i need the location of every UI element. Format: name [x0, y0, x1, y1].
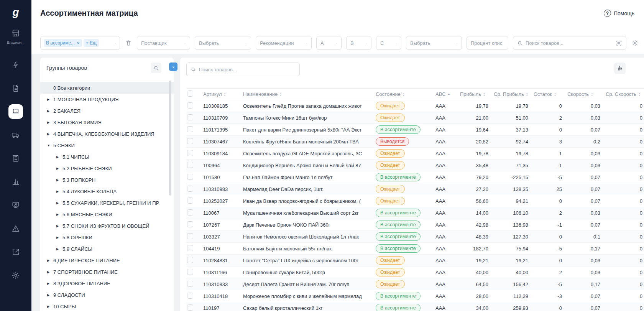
sidebar-item-alerts[interactable] — [8, 221, 23, 236]
chip-close-icon[interactable]: × — [77, 41, 80, 46]
sort-icon[interactable]: ▴▾ — [639, 92, 640, 96]
tree-expand-icon[interactable]: ▶ — [47, 305, 53, 308]
row-checkbox[interactable] — [187, 293, 193, 299]
select-all-checkbox[interactable] — [187, 91, 193, 97]
select-dropdown-2[interactable]: Выбрать — [406, 36, 462, 50]
column-header[interactable]: Скорость ▴▾ — [567, 91, 606, 97]
tree-item[interactable]: ▶ 5.2 РЫБНЫЕ СНЭКИ — [40, 163, 174, 174]
sort-icon[interactable]: ▴▾ — [280, 92, 281, 96]
tree-item[interactable]: 0 Все категории — [40, 82, 174, 94]
tree-item[interactable]: ▶ 1 МОЛОЧНАЯ ПРОДУКЦИЯ — [40, 94, 174, 105]
table-search[interactable] — [186, 63, 300, 76]
table-row[interactable]: 104419 Батончик Баунти молочный 55г пл/п… — [186, 243, 644, 255]
clear-filters-button[interactable] — [125, 38, 132, 48]
tree-item[interactable]: ▶ 5.3 ПОПКОРН — [40, 174, 174, 186]
table-row[interactable]: 110310418 Мороженое пломбир с киви и жел… — [186, 290, 644, 302]
tree-item[interactable]: ▶ 8 ЗДОРОВОЕ ПИТАНИЕ — [40, 278, 174, 289]
tree-expand-icon[interactable]: ▶ — [47, 293, 53, 297]
row-checkbox[interactable] — [187, 162, 193, 168]
tree-item[interactable]: ▶ 6 ДИЕТИЧЕСКОЕ ПИТАНИЕ — [40, 255, 174, 266]
tree-item[interactable]: ▶ 9 СЛАДОСТИ — [40, 289, 174, 301]
tree-expand-icon[interactable]: ▶ — [56, 201, 62, 205]
row-checkbox[interactable] — [187, 197, 193, 204]
tree-item[interactable]: ▶ 5.7 СНЭКИ ИЗ ФРУКТОВ И ОВОЩЕЙ — [40, 220, 174, 232]
tree-expand-icon[interactable]: ▶ — [56, 167, 62, 170]
filter-chip[interactable]: В ассориме... × — [44, 39, 82, 47]
row-checkbox[interactable] — [187, 304, 193, 311]
column-header[interactable]: Наименование ▴▾ — [243, 91, 376, 97]
table-row[interactable]: 103327 Напиток Немолоко овсяный Шоколадн… — [186, 231, 644, 243]
column-header[interactable]: Ср. Прибыль ▴▾ — [494, 91, 534, 97]
recommendations-dropdown[interactable]: Рекомендации — [256, 36, 312, 50]
select-dropdown-1[interactable]: Выбрать — [195, 36, 251, 50]
help-button[interactable]: ? Помощь — [604, 10, 634, 17]
row-checkbox[interactable] — [187, 221, 193, 227]
row-checkbox[interactable] — [187, 102, 193, 109]
tree-scrollbar[interactable] — [169, 81, 171, 196]
global-search[interactable] — [513, 36, 626, 50]
tree-expand-icon[interactable]: ▶ — [47, 270, 53, 274]
row-checkbox[interactable] — [187, 233, 193, 239]
column-header[interactable]: Артикул ▴▾ — [203, 91, 243, 97]
tree-item[interactable]: ▼ 5 СНЭКИ — [40, 140, 174, 151]
tree-item[interactable]: ▶ 5.9 СЛАЙСЫ — [40, 243, 174, 255]
abc-b-dropdown[interactable]: B — [346, 36, 371, 50]
percent-writeoff-input[interactable] — [467, 36, 508, 50]
tree-expand-icon[interactable]: ▶ — [47, 109, 53, 113]
table-search-input[interactable] — [199, 67, 296, 72]
row-checkbox[interactable] — [187, 138, 193, 144]
table-row[interactable]: 110067 Мука пшеничная хлебопекарная Высш… — [186, 207, 644, 219]
table-row[interactable]: 101580 Газ.нап Лаймон Фреш Манго 1л пл/б… — [186, 171, 644, 183]
row-checkbox[interactable] — [187, 114, 193, 120]
sidebar-item-analytics[interactable] — [8, 174, 23, 189]
row-checkbox[interactable] — [187, 269, 193, 275]
table-row[interactable]: 100964 Кондиционер Вернель Арома пион и … — [186, 160, 644, 171]
table-row[interactable]: 110284831 Паштет "Сетра" LUX индейка с ч… — [186, 255, 644, 267]
tree-item[interactable]: ▶ 5.1 ЧИПСЫ — [40, 151, 174, 163]
table-columns-settings-button[interactable] — [614, 63, 626, 74]
table-row[interactable]: 107267 Дарк Печенье Орион ЧОКО ПАЙ 360г … — [186, 219, 644, 231]
table-row[interactable]: 110310709 Тампоны Котекс Мини 16шт бум/к… — [186, 112, 644, 124]
sort-icon[interactable]: ▴ — [448, 92, 450, 96]
sidebar-item-flash[interactable] — [8, 58, 23, 72]
tree-expand-icon[interactable]: ▶ — [56, 247, 62, 251]
tree-item[interactable]: ▶ 10 СЫРЫ — [40, 301, 174, 311]
tree-expand-icon[interactable]: ▶ — [56, 178, 62, 182]
table-row[interactable]: 110309184 Освежитель воздуха GLADE Морск… — [186, 148, 644, 160]
column-header[interactable]: Ср. Скорость ▴▾ — [606, 91, 644, 97]
column-header[interactable]: Остаток ▴▾ — [534, 91, 567, 97]
tree-item[interactable]: ▶ 4 ВЫПЕЧКА, ХЛЕБОБУЛОЧНЫЕ ИЗДЕЛИЯ — [40, 128, 174, 140]
tree-item[interactable]: ▶ 5.6 МЯСНЫЕ СНЭКИ — [40, 209, 174, 220]
sidebar-item-tasks[interactable] — [8, 151, 23, 166]
app-logo[interactable]: g — [8, 5, 23, 20]
filter-settings-button[interactable] — [631, 39, 639, 47]
tree-expand-icon[interactable]: ▶ — [47, 132, 53, 136]
row-checkbox[interactable] — [187, 174, 193, 180]
table-row[interactable]: 110310983 Мармелад Deer DaDa персик, 1шт… — [186, 183, 644, 195]
tree-expand-icon[interactable]: ▶ — [56, 224, 62, 228]
tree-expand-icon[interactable]: ▶ — [56, 190, 62, 193]
column-header[interactable]: Состояние ▴▾ — [376, 91, 435, 97]
row-checkbox[interactable] — [187, 281, 193, 287]
row-checkbox[interactable] — [187, 126, 193, 132]
tree-expand-icon[interactable]: ▶ — [56, 236, 62, 239]
sort-icon[interactable]: ▴▾ — [526, 92, 528, 96]
status-multiselect[interactable]: В ассориме... × + Ещ — [40, 36, 120, 50]
tree-expand-icon[interactable]: ▶ — [56, 213, 62, 216]
table-row[interactable]: 110197 Сахар белый кристаллический 1кг В… — [186, 302, 644, 311]
table-row[interactable]: 110309185 Освежитель Глейд Против запаха… — [186, 100, 644, 112]
tree-expand-icon[interactable]: ▶ — [56, 155, 62, 159]
filter-chip[interactable]: + Ещ — [84, 39, 99, 47]
sidebar-item-store[interactable]: Владими... — [7, 28, 24, 44]
row-checkbox[interactable] — [187, 257, 193, 263]
row-checkbox[interactable] — [187, 209, 193, 216]
sidebar-item-export[interactable] — [8, 245, 23, 259]
sidebar-item-assortment[interactable] — [8, 104, 23, 119]
tree-expand-icon[interactable]: ▼ — [47, 144, 53, 147]
sort-icon[interactable]: ▴▾ — [554, 92, 556, 96]
table-row[interactable]: 110307467 Коктейль ФрутоНяня Банан молоч… — [186, 136, 644, 148]
tree-expand-icon[interactable]: ▶ — [47, 282, 53, 285]
row-checkbox[interactable] — [187, 150, 193, 156]
tree-item[interactable]: ▶ 5.4 ЛУКОВЫЕ КОЛЬЦА — [40, 186, 174, 197]
sidebar-item-documents[interactable] — [8, 81, 23, 95]
